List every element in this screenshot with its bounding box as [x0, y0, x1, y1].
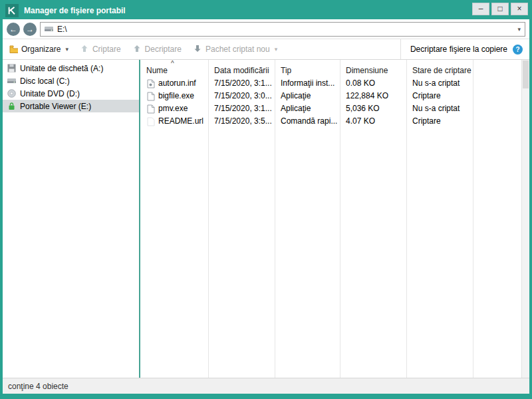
decrypt-label: Decriptare: [145, 45, 182, 54]
encrypt-label: Criptare: [92, 45, 121, 54]
organize-caret-icon: ▾: [65, 46, 68, 53]
status-text: conţine 4 obiecte: [8, 382, 68, 391]
file-size: 5,036 KO: [340, 102, 406, 115]
toolbar-right-group: Decriptare fişiere la copiere ?: [400, 39, 523, 59]
sidebar-item-label: Unitate DVD (D:): [20, 89, 80, 98]
file-name: pmv.exe: [158, 102, 188, 115]
address-bar[interactable]: E:\ ▾: [40, 22, 525, 37]
window-title: Manager de fişiere portabil: [24, 6, 472, 15]
organize-label: Organizare: [21, 45, 61, 54]
maximize-button[interactable]: □: [491, 3, 509, 15]
navigation-bar: ← → E:\ ▾: [3, 19, 529, 39]
file-name: bigfile.exe: [158, 90, 194, 102]
file-list: ^ Nume Data modificării Tip Dimensiune S…: [140, 60, 521, 378]
sidebar-item-dvd-d[interactable]: Unitate DVD (D:): [3, 87, 139, 100]
column-divider[interactable]: [406, 60, 407, 378]
file-row-pmv[interactable]: pmv.exe 7/15/2020, 3:1... Aplicaţie 5,03…: [140, 102, 521, 115]
hard-disk-icon: [7, 76, 16, 86]
decrypt-button[interactable]: Decriptare: [133, 45, 182, 54]
close-button[interactable]: ×: [511, 3, 528, 15]
file-modified: 7/15/2020, 3:1...: [208, 102, 275, 115]
drive-tree-sidebar: Unitate de dischetă (A:) Disc local (C:)…: [3, 60, 139, 378]
encrypt-button[interactable]: Criptare: [80, 45, 121, 54]
url-file-icon: [147, 117, 156, 126]
toolbar: Organizare ▾ Criptare Decriptare Pachet: [3, 39, 529, 60]
back-button[interactable]: ←: [7, 23, 20, 36]
package-down-icon: [194, 45, 202, 54]
decrypt-on-copy-label[interactable]: Decriptare fişiere la copiere: [410, 45, 507, 54]
sidebar-item-label: Portable Viewer (E:): [20, 102, 91, 111]
column-header-size[interactable]: Dimensiune: [340, 66, 406, 75]
window-controls: – □ ×: [472, 3, 528, 15]
sidebar-item-local-c[interactable]: Disc local (C:): [3, 74, 139, 87]
file-row-autorun[interactable]: autorun.inf 7/15/2020, 3:1... Informaţii…: [140, 77, 521, 90]
main-content: Unitate de dischetă (A:) Disc local (C:)…: [3, 60, 529, 378]
file-encryption-status: Nu s-a criptat: [406, 102, 473, 115]
exe-file-icon: [147, 104, 156, 114]
folder-icon: [9, 45, 18, 54]
file-type: Aplicaţie: [275, 102, 340, 115]
encrypt-icon: [80, 45, 89, 54]
dvd-drive-icon: [7, 89, 16, 98]
column-header-modified[interactable]: Data modificării: [208, 66, 275, 75]
address-text: E:\: [57, 25, 67, 34]
lock-icon: [7, 102, 16, 111]
column-divider[interactable]: [208, 60, 209, 378]
file-row-readme[interactable]: README.url 7/15/2020, 3:5... Comandă rap…: [140, 115, 521, 128]
file-size: 0.08 KO: [340, 77, 406, 90]
file-size: 122,884 KO: [340, 90, 406, 102]
column-header-encryption[interactable]: Stare de criptare: [406, 66, 473, 75]
sidebar-item-label: Disc local (C:): [20, 76, 70, 86]
floppy-drive-icon: [7, 64, 16, 73]
inf-file-icon: [147, 79, 156, 88]
forward-button[interactable]: →: [23, 23, 37, 36]
file-modified: 7/15/2020, 3:5...: [208, 115, 275, 128]
new-encrypted-package-label: Pachet criptat nou: [205, 45, 270, 54]
file-size: 4.07 KO: [340, 115, 406, 128]
titlebar: Manager de fişiere portabil – □ ×: [3, 2, 529, 19]
help-icon[interactable]: ?: [513, 45, 523, 55]
exe-file-icon: [147, 92, 156, 101]
file-name: autorun.inf: [158, 77, 196, 90]
column-divider[interactable]: [473, 60, 473, 378]
column-header-name[interactable]: Nume: [140, 66, 208, 75]
file-type: Informaţii inst...: [275, 77, 340, 90]
file-row-bigfile[interactable]: bigfile.exe 7/15/2020, 3:0... Aplicaţie …: [140, 90, 521, 102]
column-header-type[interactable]: Tip: [275, 66, 340, 75]
file-name: README.url: [158, 115, 203, 128]
file-encryption-status: Criptare: [406, 115, 473, 128]
address-dropdown-icon[interactable]: ▾: [517, 26, 521, 33]
organize-button[interactable]: Organizare ▾: [9, 45, 68, 54]
drive-icon: [45, 25, 53, 34]
sidebar-item-portable-viewer-e[interactable]: Portable Viewer (E:): [3, 100, 139, 112]
sidebar-item-label: Unitate de dischetă (A:): [20, 64, 103, 73]
file-modified: 7/15/2020, 3:1...: [208, 77, 275, 90]
window-body: ← → E:\ ▾ Organizare ▾: [3, 19, 529, 394]
sidebar-item-floppy-a[interactable]: Unitate de dischetă (A:): [3, 62, 139, 74]
minimize-button[interactable]: –: [472, 3, 489, 15]
file-encryption-status: Criptare: [406, 90, 473, 102]
status-bar: conţine 4 obiecte: [3, 378, 529, 394]
new-package-caret-icon: ▾: [275, 46, 278, 53]
column-divider[interactable]: [340, 60, 340, 378]
kaspersky-logo-icon: [5, 4, 19, 17]
sort-ascending-icon: ^: [171, 60, 174, 67]
file-list-header: ^ Nume Data modificării Tip Dimensiune S…: [140, 60, 521, 77]
app-window: Manager de fişiere portabil – □ × ← → E:…: [0, 0, 532, 399]
new-encrypted-package-button[interactable]: Pachet criptat nou ▾: [194, 45, 277, 54]
file-encryption-status: Nu s-a criptat: [406, 77, 473, 90]
decrypt-icon: [133, 45, 142, 54]
scrollbar-thumb[interactable]: [523, 61, 529, 88]
column-divider[interactable]: [275, 60, 275, 378]
file-modified: 7/15/2020, 3:0...: [208, 90, 275, 102]
file-type: Aplicaţie: [275, 90, 340, 102]
vertical-scrollbar[interactable]: [521, 60, 529, 378]
file-type: Comandă rapi...: [275, 115, 340, 128]
